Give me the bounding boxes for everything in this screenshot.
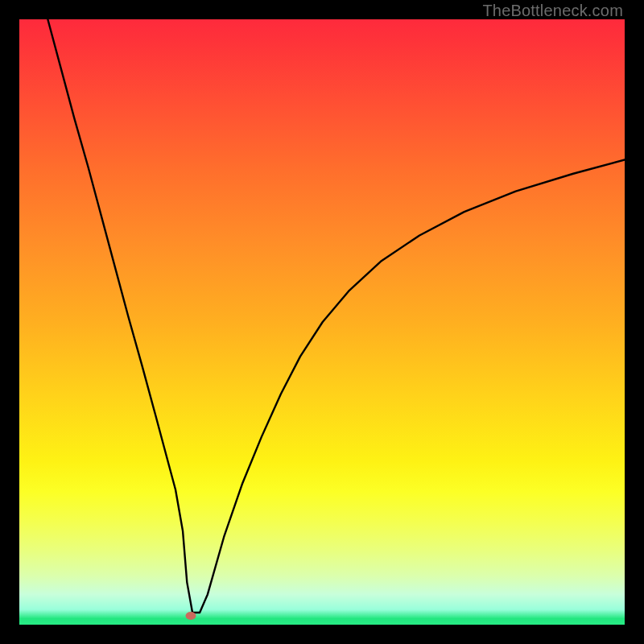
watermark-text: TheBottleneck.com <box>482 2 623 20</box>
plot-area <box>19 19 625 625</box>
chart-frame: TheBottleneck.com <box>0 0 644 644</box>
bottleneck-curve <box>19 19 625 625</box>
optimal-point-marker <box>185 612 196 620</box>
